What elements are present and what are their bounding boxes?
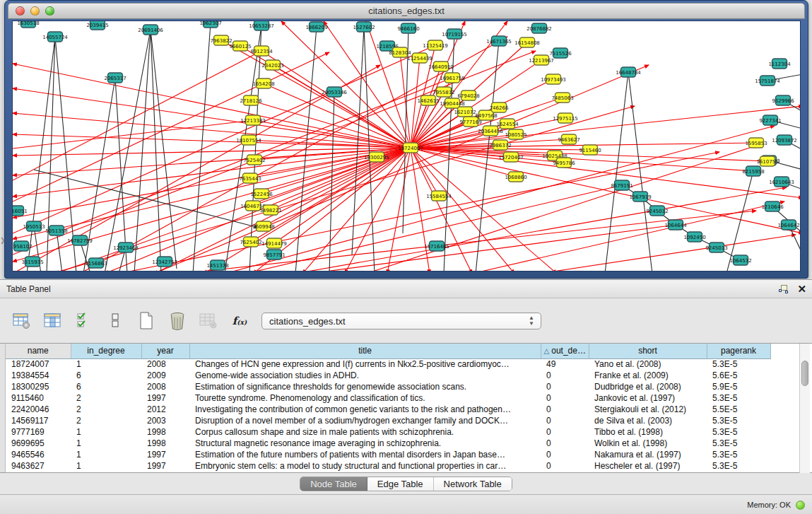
graph-node[interactable]: 9857791 <box>263 250 285 259</box>
graph-node[interactable]: 14671365 <box>486 36 512 46</box>
close-panel-icon[interactable]: ✕ <box>797 284 806 294</box>
graph-node[interactable]: 12975115 <box>553 113 578 123</box>
graph-node[interactable]: 7955812 <box>433 87 454 97</box>
graph-node[interactable]: 9660125 <box>229 41 251 51</box>
graph-node[interactable]: 7635443 <box>239 173 261 183</box>
table-settings-icon[interactable] <box>11 311 33 331</box>
graph-node[interactable]: 9245013 <box>705 243 727 252</box>
column-header-name[interactable]: name <box>6 344 71 358</box>
column-header-pagerank[interactable]: pagerank <box>707 344 770 358</box>
table-row[interactable]: 2242004622012Investigating the contribut… <box>6 404 770 415</box>
table-row[interactable]: 946362711997Embryonic stem cells: a mode… <box>6 460 770 472</box>
graph-node[interactable]: 12093872 <box>772 135 797 145</box>
graph-node[interactable]: 1522456 <box>250 189 273 199</box>
graph-node[interactable]: 6794028 <box>457 90 479 100</box>
network-window-titlebar[interactable]: citations_edges.txt <box>8 3 805 19</box>
table-row[interactable]: 946554611997Estimation of the future num… <box>6 449 770 460</box>
graph-node[interactable]: 14055724 <box>42 32 68 42</box>
graph-node[interactable]: 9227341 <box>759 115 781 125</box>
tab-edge-table[interactable]: Edge Table <box>367 477 434 491</box>
column-header-year[interactable]: year <box>141 344 189 358</box>
graph-node[interactable]: 16648784 <box>616 67 641 77</box>
collapsed-panel-handle[interactable]: ❯ <box>0 235 4 246</box>
memory-status-indicator[interactable] <box>796 501 805 510</box>
graph-node[interactable]: 1630518 <box>17 21 39 28</box>
graph-node[interactable]: 11325419 <box>423 40 448 50</box>
tab-network-table[interactable]: Network Table <box>434 477 512 491</box>
graph-node[interactable]: 15751874 <box>755 76 780 86</box>
graph-node[interactable]: 1156863 <box>85 258 107 268</box>
graph-node[interactable]: 18107554 <box>236 135 261 145</box>
graph-node[interactable]: 12213383 <box>240 115 266 125</box>
graph-node[interactable]: 746266 <box>490 103 509 112</box>
column-icon[interactable] <box>105 311 126 331</box>
function-builder-icon[interactable]: f(x) <box>229 311 250 331</box>
select-columns-icon[interactable] <box>42 311 64 331</box>
graph-node[interactable]: 9463627 <box>558 134 579 144</box>
graph-node[interactable]: 9495786 <box>553 158 575 168</box>
table-row[interactable]: 1830029562008Estimation of significance … <box>6 381 770 392</box>
graph-node[interactable]: 7525402 <box>243 155 265 165</box>
graph-node[interactable]: 7515526 <box>549 48 572 58</box>
graph-node[interactable]: 1462615 <box>417 95 439 105</box>
graph-node[interactable]: 1451378 <box>206 260 228 270</box>
graph-node[interactable]: 1962307 <box>199 21 221 28</box>
table-row[interactable]: 1872400712008Changes of HCN gene express… <box>6 358 770 370</box>
graph-node[interactable]: 1610755 <box>756 156 778 166</box>
graph-node[interactable]: 2342023 <box>261 60 283 70</box>
graph-node[interactable]: 7986372 <box>489 140 511 150</box>
graph-node[interactable]: 20876882 <box>526 23 552 33</box>
table-selector-dropdown[interactable]: citations_edges.txt ▲▼ <box>261 313 541 329</box>
graph-node[interactable]: 10719155 <box>442 29 467 39</box>
graph-node[interactable]: 1064532 <box>729 255 751 265</box>
graph-node[interactable]: 9115460 <box>579 145 601 155</box>
new-document-icon[interactable] <box>136 311 157 331</box>
graph-node[interactable]: 2516051 <box>13 206 28 216</box>
graph-node[interactable]: 8912354 <box>250 46 273 56</box>
graph-node[interactable]: 1112304 <box>768 59 791 69</box>
graph-node[interactable]: 1210646 <box>761 201 784 211</box>
table-scrollbar[interactable] <box>799 344 810 473</box>
graph-node[interactable]: 8215958 <box>742 166 764 176</box>
graph-node[interactable]: 12213967 <box>529 55 554 65</box>
graph-node[interactable]: 1958107 <box>13 241 33 251</box>
graph-node[interactable]: 10653287 <box>249 21 274 30</box>
column-header-out_de[interactable]: △out_de… <box>541 344 589 358</box>
graph-node[interactable]: 3315935 <box>21 257 43 267</box>
graph-node[interactable]: 16782759 <box>67 235 93 245</box>
graph-node[interactable]: 1621072 <box>454 107 476 117</box>
graph-node[interactable]: 9245012 <box>646 206 668 216</box>
table-row[interactable]: 1938455462009Genome-wide association stu… <box>6 370 770 381</box>
table-row[interactable]: 1456911722003Disruption of a novel membe… <box>6 415 770 426</box>
graph-node[interactable]: 16154808 <box>514 37 540 47</box>
graph-node[interactable]: 1064642 <box>777 220 799 230</box>
network-graph-canvas[interactable]: 1630518140557242039415206914061962307106… <box>12 21 801 271</box>
table-row[interactable]: 969969511998Structural magnetic resonanc… <box>6 438 770 449</box>
graph-node[interactable]: 1595853 <box>745 138 767 148</box>
graph-node[interactable]: 10973493 <box>541 74 566 84</box>
graph-node[interactable]: 2065317 <box>104 73 126 83</box>
graph-node[interactable]: 14914479 <box>261 238 287 248</box>
graph-node[interactable]: 2039415 <box>86 21 108 30</box>
column-header-short[interactable]: short <box>589 344 707 358</box>
graph-node[interactable]: 7485063 <box>551 93 573 103</box>
graph-node[interactable]: 16640910 <box>428 62 454 71</box>
graph-node[interactable]: 1950513 <box>23 221 45 231</box>
float-panel-icon[interactable] <box>779 285 789 294</box>
column-header-title[interactable]: title <box>189 344 541 358</box>
graph-node[interactable]: 9466160 <box>397 23 419 33</box>
graph-node[interactable]: 9329966 <box>772 95 794 105</box>
graph-node[interactable]: 20053346 <box>322 87 347 97</box>
graph-node[interactable]: 7625402 <box>240 237 261 247</box>
graph-node[interactable]: 2718126 <box>240 95 262 105</box>
graph-node[interactable]: 2609948 <box>252 221 274 231</box>
table-row[interactable]: 911546021997Tourette syndrome. Phenomeno… <box>6 392 770 404</box>
graph-node[interactable]: 12923468 <box>113 243 139 252</box>
table-scrollbar-thumb[interactable] <box>801 361 808 386</box>
graph-node[interactable]: 5051358 <box>45 226 67 235</box>
graph-node[interactable]: 1092450 <box>683 232 705 242</box>
graph-node[interactable]: 1080525 <box>505 129 526 139</box>
graph-node[interactable]: 1068860 <box>505 172 526 182</box>
graph-node[interactable]: 20691406 <box>138 25 163 35</box>
graph-node[interactable]: 15584554 <box>426 191 452 201</box>
